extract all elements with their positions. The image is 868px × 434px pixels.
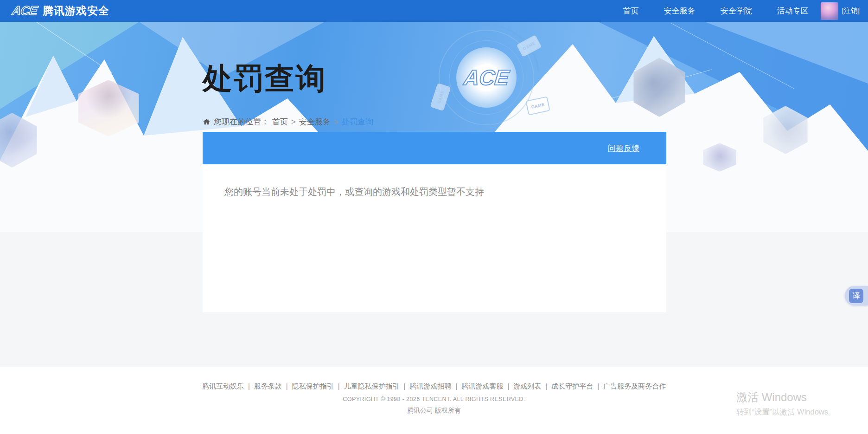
user-avatar[interactable] <box>821 2 838 20</box>
breadcrumb-item-home[interactable]: 首页 <box>272 117 288 127</box>
footer-separator: | <box>404 382 406 390</box>
brand-name: 腾讯游戏安全 <box>43 4 109 18</box>
page: ACE GAME GAME GAME 处罚查询 您现在的位置： 首页 > 安全服… <box>0 0 868 434</box>
footer-link-privacy[interactable]: 隐私保护指引 <box>292 382 334 390</box>
game-chip-label: GAME <box>522 41 536 51</box>
footer-separator: | <box>545 382 547 390</box>
footer-link-children-privacy[interactable]: 儿童隐私保护指引 <box>344 382 400 390</box>
copyright-english: COPYRIGHT © 1998 - 2026 TENCENT. ALL RIG… <box>0 396 868 402</box>
footer-links: 腾讯互动娱乐|服务条款|隐私保护指引|儿童隐私保护指引|腾讯游戏招聘|腾讯游戏客… <box>0 382 868 391</box>
page-title: 处罚查询 <box>203 58 327 99</box>
footer-link-tencent-games[interactable]: 腾讯互动娱乐 <box>202 382 244 390</box>
footer: 腾讯互动娱乐|服务条款|隐私保护指引|儿童隐私保护指引|腾讯游戏招聘|腾讯游戏客… <box>0 367 868 434</box>
breadcrumb-separator: > <box>291 117 296 127</box>
nav-item-security-academy[interactable]: 安全学院 <box>721 6 752 16</box>
footer-link-growth-guard[interactable]: 成长守护平台 <box>551 382 593 390</box>
footer-link-game-list[interactable]: 游戏列表 <box>513 382 541 390</box>
footer-separator: | <box>507 382 509 390</box>
footer-link-ad-business[interactable]: 广告服务及商务合作 <box>603 382 666 390</box>
query-result-message: 您的账号当前未处于处罚中，或查询的游戏和处罚类型暂不支持 <box>203 164 666 198</box>
ace-logo-icon: ACE <box>11 4 38 18</box>
breadcrumb-item-security-services[interactable]: 安全服务 <box>299 117 331 127</box>
top-navbar: ACE 腾讯游戏安全 首页 安全服务 安全学院 活动专区 [注销] <box>0 0 868 22</box>
translate-icon[interactable]: 译 <box>849 289 863 303</box>
footer-link-customer-service[interactable]: 腾讯游戏客服 <box>461 382 503 390</box>
footer-link-recruit[interactable]: 腾讯游戏招聘 <box>410 382 452 390</box>
feedback-link[interactable]: 问题反馈 <box>608 143 639 154</box>
query-result-card: 问题反馈 您的账号当前未处于处罚中，或查询的游戏和处罚类型暂不支持 <box>203 132 666 312</box>
nav-links: 首页 安全服务 安全学院 活动专区 <box>623 6 809 16</box>
footer-separator: | <box>338 382 340 390</box>
footer-link-terms[interactable]: 服务条款 <box>254 382 282 390</box>
breadcrumb-prefix: 您现在的位置： <box>214 117 269 127</box>
nav-item-security-services[interactable]: 安全服务 <box>664 6 696 16</box>
translate-widget[interactable]: 译 <box>845 286 868 305</box>
home-icon <box>203 118 211 126</box>
brand-logo[interactable]: ACE 腾讯游戏安全 <box>12 4 109 18</box>
breadcrumb-item-punishment-query[interactable]: 处罚查询 <box>342 117 373 127</box>
game-chip-label: GAME <box>436 90 445 104</box>
card-banner: 问题反馈 <box>203 132 666 164</box>
breadcrumb: 您现在的位置： 首页 > 安全服务 > 处罚查询 <box>203 117 373 127</box>
logout-link[interactable]: [注销] <box>842 6 860 15</box>
footer-separator: | <box>286 382 288 390</box>
breadcrumb-separator: > <box>334 117 338 127</box>
nav-item-home[interactable]: 首页 <box>623 6 639 16</box>
nav-item-activity-zone[interactable]: 活动专区 <box>777 6 809 16</box>
footer-separator: | <box>248 382 250 390</box>
game-chip-label: GAME <box>531 102 545 110</box>
copyright-chinese: 腾讯公司 版权所有 <box>0 407 868 415</box>
footer-separator: | <box>456 382 458 390</box>
footer-separator: | <box>597 382 599 390</box>
